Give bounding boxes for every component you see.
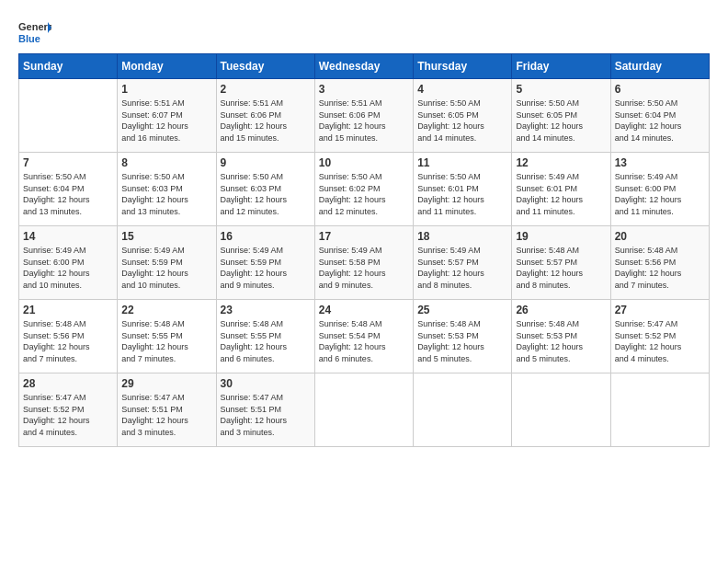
week-row-4: 21Sunrise: 5:48 AM Sunset: 5:56 PM Dayli… bbox=[19, 300, 710, 373]
calendar-cell: 4Sunrise: 5:50 AM Sunset: 6:05 PM Daylig… bbox=[414, 79, 512, 153]
day-info: Sunrise: 5:48 AM Sunset: 5:56 PM Dayligh… bbox=[615, 245, 705, 291]
calendar-cell: 17Sunrise: 5:49 AM Sunset: 5:58 PM Dayli… bbox=[314, 226, 413, 300]
calendar-cell: 10Sunrise: 5:50 AM Sunset: 6:02 PM Dayli… bbox=[314, 153, 413, 226]
day-number: 28 bbox=[23, 377, 113, 390]
week-row-1: 1Sunrise: 5:51 AM Sunset: 6:07 PM Daylig… bbox=[19, 79, 710, 153]
day-info: Sunrise: 5:50 AM Sunset: 6:01 PM Dayligh… bbox=[417, 171, 507, 217]
day-number: 6 bbox=[615, 83, 705, 96]
calendar-cell: 30Sunrise: 5:47 AM Sunset: 5:51 PM Dayli… bbox=[216, 373, 314, 447]
day-number: 15 bbox=[121, 230, 211, 243]
calendar-cell bbox=[512, 373, 610, 447]
day-number: 25 bbox=[417, 304, 507, 316]
calendar-cell: 1Sunrise: 5:51 AM Sunset: 6:07 PM Daylig… bbox=[118, 79, 216, 153]
day-number: 20 bbox=[615, 230, 705, 243]
weekday-header-monday: Monday bbox=[118, 54, 216, 79]
day-info: Sunrise: 5:51 AM Sunset: 6:07 PM Dayligh… bbox=[121, 98, 211, 144]
day-number: 12 bbox=[516, 156, 606, 169]
day-info: Sunrise: 5:49 AM Sunset: 5:57 PM Dayligh… bbox=[417, 245, 507, 291]
day-number: 13 bbox=[615, 156, 705, 169]
calendar-cell: 9Sunrise: 5:50 AM Sunset: 6:03 PM Daylig… bbox=[216, 153, 314, 226]
day-number: 23 bbox=[221, 304, 311, 316]
calendar-cell: 5Sunrise: 5:50 AM Sunset: 6:05 PM Daylig… bbox=[512, 79, 610, 153]
day-number: 9 bbox=[221, 156, 311, 169]
day-info: Sunrise: 5:50 AM Sunset: 6:03 PM Dayligh… bbox=[221, 171, 311, 217]
day-info: Sunrise: 5:47 AM Sunset: 5:51 PM Dayligh… bbox=[221, 392, 311, 438]
weekday-header-saturday: Saturday bbox=[610, 54, 709, 79]
day-info: Sunrise: 5:48 AM Sunset: 5:53 PM Dayligh… bbox=[417, 318, 507, 364]
week-row-5: 28Sunrise: 5:47 AM Sunset: 5:52 PM Dayli… bbox=[19, 373, 710, 447]
calendar-cell: 28Sunrise: 5:47 AM Sunset: 5:52 PM Dayli… bbox=[19, 373, 118, 447]
calendar-cell: 2Sunrise: 5:51 AM Sunset: 6:06 PM Daylig… bbox=[216, 79, 314, 153]
calendar-cell: 25Sunrise: 5:48 AM Sunset: 5:53 PM Dayli… bbox=[414, 300, 512, 373]
week-row-2: 7Sunrise: 5:50 AM Sunset: 6:04 PM Daylig… bbox=[19, 153, 710, 226]
day-number: 7 bbox=[23, 156, 113, 169]
calendar-cell: 27Sunrise: 5:47 AM Sunset: 5:52 PM Dayli… bbox=[610, 300, 709, 373]
calendar-cell: 24Sunrise: 5:48 AM Sunset: 5:54 PM Dayli… bbox=[314, 300, 413, 373]
calendar-cell: 12Sunrise: 5:49 AM Sunset: 6:01 PM Dayli… bbox=[512, 153, 610, 226]
calendar-cell: 7Sunrise: 5:50 AM Sunset: 6:04 PM Daylig… bbox=[19, 153, 118, 226]
day-info: Sunrise: 5:50 AM Sunset: 6:05 PM Dayligh… bbox=[417, 98, 507, 144]
calendar-cell bbox=[610, 373, 709, 447]
day-info: Sunrise: 5:49 AM Sunset: 5:59 PM Dayligh… bbox=[121, 245, 211, 291]
calendar-cell: 16Sunrise: 5:49 AM Sunset: 5:59 PM Dayli… bbox=[216, 226, 314, 300]
day-info: Sunrise: 5:50 AM Sunset: 6:03 PM Dayligh… bbox=[121, 171, 211, 217]
day-number: 26 bbox=[516, 304, 606, 316]
svg-text:Blue: Blue bbox=[18, 33, 40, 44]
calendar-table: SundayMondayTuesdayWednesdayThursdayFrid… bbox=[18, 53, 710, 447]
day-info: Sunrise: 5:48 AM Sunset: 5:54 PM Dayligh… bbox=[319, 318, 409, 364]
calendar-cell bbox=[414, 373, 512, 447]
day-number: 17 bbox=[319, 230, 409, 243]
day-number: 1 bbox=[121, 83, 211, 96]
day-info: Sunrise: 5:47 AM Sunset: 5:52 PM Dayligh… bbox=[615, 318, 705, 364]
day-info: Sunrise: 5:50 AM Sunset: 6:04 PM Dayligh… bbox=[23, 171, 113, 217]
day-number: 5 bbox=[516, 83, 606, 96]
day-number: 4 bbox=[417, 83, 507, 96]
calendar-cell: 14Sunrise: 5:49 AM Sunset: 6:00 PM Dayli… bbox=[19, 226, 118, 300]
day-info: Sunrise: 5:49 AM Sunset: 6:00 PM Dayligh… bbox=[615, 171, 705, 217]
day-info: Sunrise: 5:48 AM Sunset: 5:53 PM Dayligh… bbox=[516, 318, 606, 364]
day-info: Sunrise: 5:47 AM Sunset: 5:51 PM Dayligh… bbox=[121, 392, 211, 438]
page-header: General Blue bbox=[18, 18, 710, 44]
day-info: Sunrise: 5:49 AM Sunset: 6:01 PM Dayligh… bbox=[516, 171, 606, 217]
weekday-header-tuesday: Tuesday bbox=[216, 54, 314, 79]
calendar-cell: 29Sunrise: 5:47 AM Sunset: 5:51 PM Dayli… bbox=[118, 373, 216, 447]
day-info: Sunrise: 5:48 AM Sunset: 5:57 PM Dayligh… bbox=[516, 245, 606, 291]
day-number: 22 bbox=[121, 304, 211, 316]
weekday-header-wednesday: Wednesday bbox=[314, 54, 413, 79]
logo-icon: General Blue bbox=[18, 18, 51, 44]
day-info: Sunrise: 5:50 AM Sunset: 6:02 PM Dayligh… bbox=[319, 171, 409, 217]
day-number: 10 bbox=[319, 156, 409, 169]
calendar-cell: 8Sunrise: 5:50 AM Sunset: 6:03 PM Daylig… bbox=[118, 153, 216, 226]
day-number: 19 bbox=[516, 230, 606, 243]
day-number: 30 bbox=[221, 377, 311, 390]
day-info: Sunrise: 5:48 AM Sunset: 5:56 PM Dayligh… bbox=[23, 318, 113, 364]
day-number: 8 bbox=[121, 156, 211, 169]
calendar-cell: 18Sunrise: 5:49 AM Sunset: 5:57 PM Dayli… bbox=[414, 226, 512, 300]
calendar-cell bbox=[314, 373, 413, 447]
day-number: 11 bbox=[417, 156, 507, 169]
day-info: Sunrise: 5:49 AM Sunset: 5:58 PM Dayligh… bbox=[319, 245, 409, 291]
day-info: Sunrise: 5:48 AM Sunset: 5:55 PM Dayligh… bbox=[121, 318, 211, 364]
calendar-cell: 15Sunrise: 5:49 AM Sunset: 5:59 PM Dayli… bbox=[118, 226, 216, 300]
day-number: 14 bbox=[23, 230, 113, 243]
day-number: 16 bbox=[221, 230, 311, 243]
calendar-cell: 6Sunrise: 5:50 AM Sunset: 6:04 PM Daylig… bbox=[610, 79, 709, 153]
day-info: Sunrise: 5:48 AM Sunset: 5:55 PM Dayligh… bbox=[221, 318, 311, 364]
day-info: Sunrise: 5:47 AM Sunset: 5:52 PM Dayligh… bbox=[23, 392, 113, 438]
calendar-cell: 21Sunrise: 5:48 AM Sunset: 5:56 PM Dayli… bbox=[19, 300, 118, 373]
day-number: 2 bbox=[221, 83, 311, 96]
day-number: 21 bbox=[23, 304, 113, 316]
logo: General Blue bbox=[18, 18, 51, 44]
calendar-cell: 22Sunrise: 5:48 AM Sunset: 5:55 PM Dayli… bbox=[118, 300, 216, 373]
day-info: Sunrise: 5:49 AM Sunset: 6:00 PM Dayligh… bbox=[23, 245, 113, 291]
day-info: Sunrise: 5:50 AM Sunset: 6:05 PM Dayligh… bbox=[516, 98, 606, 144]
calendar-cell: 13Sunrise: 5:49 AM Sunset: 6:00 PM Dayli… bbox=[610, 153, 709, 226]
weekday-header-sunday: Sunday bbox=[19, 54, 118, 79]
day-info: Sunrise: 5:51 AM Sunset: 6:06 PM Dayligh… bbox=[221, 98, 311, 144]
calendar-cell: 11Sunrise: 5:50 AM Sunset: 6:01 PM Dayli… bbox=[414, 153, 512, 226]
day-number: 3 bbox=[319, 83, 409, 96]
calendar-cell: 3Sunrise: 5:51 AM Sunset: 6:06 PM Daylig… bbox=[314, 79, 413, 153]
day-info: Sunrise: 5:51 AM Sunset: 6:06 PM Dayligh… bbox=[319, 98, 409, 144]
day-number: 24 bbox=[319, 304, 409, 316]
day-info: Sunrise: 5:50 AM Sunset: 6:04 PM Dayligh… bbox=[615, 98, 705, 144]
